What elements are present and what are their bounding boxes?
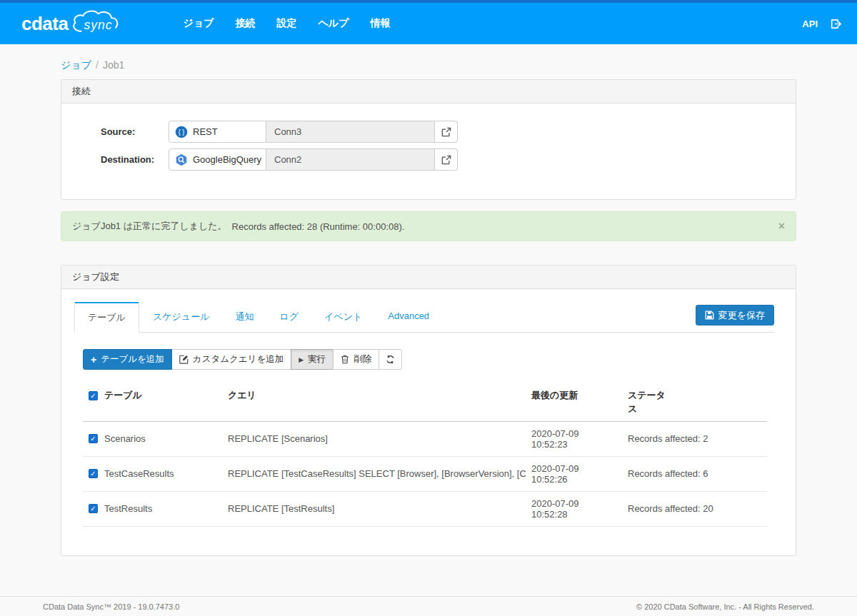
- tab-schedule[interactable]: スケジュール: [141, 302, 222, 332]
- table-last-update: 2020-07-09 10:52:28: [526, 491, 622, 526]
- tables-list: ✓ テーブル クエリ 最後の更新 ステータス ✓: [83, 383, 767, 527]
- save-floppy-icon: [705, 310, 714, 320]
- row-checkbox[interactable]: ✓: [89, 504, 98, 513]
- destination-label: Destination:: [101, 154, 169, 165]
- tables-toolbar: + テーブルを追加 カスタムクエリを追加 ▶ 実行: [83, 349, 402, 370]
- refresh-button[interactable]: [379, 349, 402, 370]
- external-link-icon: [441, 127, 451, 137]
- breadcrumb-jobs-link[interactable]: ジョブ: [61, 59, 91, 71]
- logo-sync-cloud-icon: sync: [69, 8, 128, 36]
- source-open-connection-button[interactable]: [435, 121, 458, 143]
- nav-item-jobs[interactable]: ジョブ: [172, 11, 224, 36]
- alert-message-records: Records affected: 28 (Runtime: 00:00:08)…: [232, 221, 405, 232]
- table-query: REPLICATE [TestCaseResults] SELECT [Brow…: [222, 456, 526, 491]
- table-row[interactable]: ✓ TestCaseResults REPLICATE [TestCaseRes…: [83, 456, 767, 491]
- destination-connector-name: GoogleBigQuery: [193, 154, 261, 165]
- table-name: TestCaseResults: [104, 468, 174, 479]
- breadcrumb-separator: /: [96, 59, 99, 71]
- top-navbar: cdata sync ジョブ 接続 設定 ヘルプ 情報 API: [0, 0, 857, 44]
- external-link-icon: [441, 155, 451, 165]
- row-checkbox[interactable]: ✓: [89, 434, 98, 443]
- source-label: Source:: [101, 126, 169, 137]
- column-header-status: ステータス: [628, 389, 667, 416]
- table-row[interactable]: ✓ Scenarios REPLICATE [Scenarios] 2020-0…: [83, 421, 767, 456]
- job-settings-panel: ジョブ設定 テーブル スケジュール 通知 ログ イベント Advanced 変更…: [61, 265, 796, 556]
- bigquery-connector-icon: [175, 153, 188, 166]
- table-query: REPLICATE [Scenarios]: [222, 421, 526, 456]
- table-status: Records affected: 20: [622, 491, 767, 526]
- logout-icon[interactable]: [831, 19, 841, 29]
- column-header-last-update: 最後の更新: [526, 383, 622, 421]
- table-row[interactable]: ✓ TestResults REPLICATE [TestResults] 20…: [83, 491, 767, 526]
- select-all-checkbox[interactable]: ✓: [89, 391, 98, 400]
- table-name: Scenarios: [104, 433, 146, 444]
- main-nav: ジョブ 接続 設定 ヘルプ 情報: [172, 11, 401, 36]
- connections-panel: 接続 Source: { } REST Conn3: [61, 79, 796, 200]
- breadcrumb-current: Job1: [103, 59, 124, 71]
- add-custom-query-button[interactable]: カスタムクエリを追加: [171, 349, 291, 370]
- add-table-button[interactable]: + テーブルを追加: [83, 349, 172, 370]
- nav-item-connections[interactable]: 接続: [224, 11, 266, 36]
- svg-text:{ }: { }: [179, 128, 185, 136]
- column-header-table: テーブル: [104, 389, 142, 402]
- job-settings-tabs: テーブル スケジュール 通知 ログ イベント Advanced: [74, 302, 774, 333]
- destination-connection-row: Destination: GoogleBigQuery: [101, 148, 785, 171]
- tab-logs[interactable]: ログ: [267, 302, 311, 332]
- page-footer: CData Data Sync™ 2019 - 19.0.7473.0 © 20…: [0, 596, 857, 616]
- source-connection-name: Conn3: [266, 121, 435, 143]
- nav-item-info[interactable]: 情報: [359, 11, 401, 36]
- nav-item-api[interactable]: API: [802, 19, 818, 29]
- job-success-alert: ジョブJob1 は正常に完了しました。 Records affected: 28…: [61, 211, 796, 241]
- rest-connector-icon: { }: [175, 126, 188, 138]
- alert-close-icon[interactable]: ×: [778, 221, 785, 232]
- tab-tables[interactable]: テーブル: [74, 302, 139, 333]
- table-name: TestResults: [104, 503, 152, 514]
- breadcrumb: ジョブ/Job1: [61, 59, 796, 72]
- tab-notifications[interactable]: 通知: [223, 302, 266, 332]
- nav-item-help[interactable]: ヘルプ: [307, 11, 359, 36]
- alert-message-jp: ジョブJob1 は正常に完了しました。: [72, 220, 227, 233]
- job-settings-panel-title: ジョブ設定: [61, 266, 796, 289]
- delete-button[interactable]: 削除: [333, 349, 379, 370]
- play-icon: ▶: [299, 356, 304, 363]
- logo-cdata-text: cdata: [21, 14, 68, 33]
- footer-copyright: © 2020 CData Software, Inc. - All Rights…: [636, 602, 814, 611]
- nav-item-settings[interactable]: 設定: [266, 11, 307, 36]
- row-checkbox[interactable]: ✓: [89, 469, 98, 478]
- table-status: Records affected: 2: [622, 421, 767, 456]
- svg-text:sync: sync: [84, 18, 113, 32]
- refresh-icon: [386, 355, 395, 364]
- run-button[interactable]: ▶ 実行: [291, 349, 334, 370]
- tab-advanced[interactable]: Advanced: [376, 302, 441, 332]
- destination-connection-name: Conn2: [266, 148, 435, 171]
- trash-icon: [341, 355, 349, 364]
- table-status: Records affected: 6: [622, 456, 767, 491]
- source-connector-box: { } REST: [169, 121, 266, 143]
- footer-version: CData Data Sync™ 2019 - 19.0.7473.0: [43, 602, 179, 611]
- save-changes-button[interactable]: 変更を保存: [696, 305, 774, 325]
- table-last-update: 2020-07-09 10:52:23: [526, 421, 622, 456]
- table-header-row: ✓ テーブル クエリ 最後の更新 ステータス: [83, 383, 767, 421]
- destination-connector-box: GoogleBigQuery: [169, 148, 266, 171]
- connections-panel-title: 接続: [61, 80, 796, 103]
- table-query: REPLICATE [TestResults]: [222, 491, 526, 526]
- source-connector-name: REST: [193, 126, 218, 137]
- edit-icon: [179, 355, 189, 364]
- app-logo[interactable]: cdata sync: [21, 11, 128, 36]
- destination-open-connection-button[interactable]: [435, 148, 458, 171]
- table-last-update: 2020-07-09 10:52:26: [526, 456, 622, 491]
- plus-icon: +: [91, 355, 96, 365]
- tab-events[interactable]: イベント: [312, 302, 374, 332]
- source-connection-row: Source: { } REST Conn3: [101, 121, 785, 143]
- column-header-query: クエリ: [222, 383, 526, 421]
